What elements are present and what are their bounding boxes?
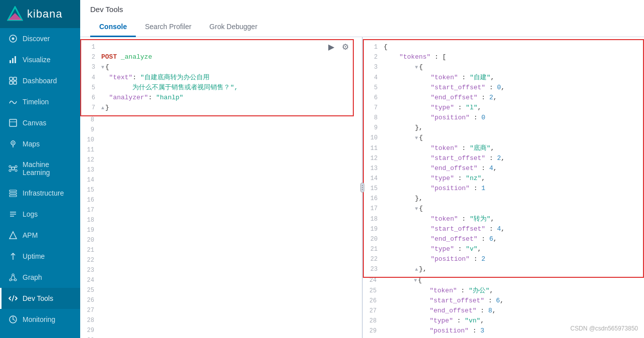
code-line: 11 — [80, 145, 362, 155]
code-line: 16 }, — [364, 194, 643, 204]
logo-area[interactable]: kibana — [0, 0, 80, 28]
code-line: 17 — [80, 205, 362, 215]
svg-rect-9 — [10, 81, 13, 84]
discover-icon — [9, 34, 18, 43]
code-line: 7 "type" : "l", — [364, 103, 643, 113]
code-line: 6 "end_offset" : 2, — [364, 93, 643, 103]
code-line: 7 ▲} — [81, 103, 353, 113]
svg-rect-5 — [12, 58, 14, 63]
dashboard-icon — [9, 76, 18, 85]
infrastructure-icon — [9, 189, 18, 198]
dev-tools-icon — [9, 294, 18, 303]
graph-icon — [9, 273, 18, 282]
code-line: 30 ▲}, — [363, 336, 645, 338]
kibana-logo-icon — [7, 6, 23, 22]
code-line: 28 "type" : "vn", — [363, 316, 645, 326]
sidebar-item-label: Canvas — [23, 119, 46, 127]
code-line: 28 — [80, 315, 362, 325]
visualize-icon — [9, 55, 18, 64]
sidebar-item-label: Timelion — [23, 98, 49, 106]
svg-point-31 — [10, 279, 12, 281]
code-line: 21 — [80, 245, 362, 255]
sidebar-item-label: Infrastructure — [23, 189, 64, 197]
sidebar-item-timelion[interactable]: Timelion — [0, 91, 80, 112]
sidebar-item-uptime[interactable]: Uptime — [0, 246, 80, 267]
sidebar-item-dashboard[interactable]: Dashboard — [0, 70, 80, 91]
sidebar-item-label: Machine Learning — [23, 160, 73, 177]
code-line: 1 — [81, 42, 353, 52]
sidebar-item-visualize[interactable]: Visualize — [0, 49, 80, 70]
svg-rect-4 — [10, 60, 11, 63]
left-panel: ▶ ⚙ 1 2 POST _analyze — [80, 37, 362, 338]
panel-divider — [362, 37, 363, 338]
divider-handle[interactable] — [360, 183, 364, 193]
svg-point-32 — [15, 279, 17, 281]
right-panel: 1 { 2 "tokens" : [ 3 ▼{ — [363, 37, 645, 338]
timelion-icon — [9, 97, 18, 106]
code-line: 27 "end_offset" : 8, — [363, 306, 645, 316]
editor-area: ▶ ⚙ 1 2 POST _analyze — [80, 37, 644, 338]
code-line: 3 ▼{ — [81, 62, 353, 73]
code-line: 14 "type" : "nz", — [364, 174, 643, 184]
code-line: 12 — [80, 155, 362, 165]
sidebar-item-label: Visualize — [23, 56, 51, 64]
svg-rect-8 — [14, 77, 17, 80]
code-line: 18 — [80, 215, 362, 225]
code-line: 9 }, — [364, 123, 643, 133]
svg-rect-10 — [14, 81, 17, 84]
code-line: 13 "end_offset" : 4, — [364, 163, 643, 174]
run-button[interactable]: ▶ — [326, 41, 337, 52]
code-line: 12 "start_offset" : 2, — [364, 153, 643, 163]
sidebar-item-label: Dev Tools — [23, 294, 53, 302]
monitoring-icon — [9, 315, 18, 324]
code-line: 4 "text": "自建底商转为办公自用 — [81, 73, 353, 83]
left-code-editor[interactable]: 1 2 POST _analyze 3 ▼{ 4 — [80, 37, 362, 338]
watermark: CSDN @csdn565973850 — [570, 325, 638, 332]
sidebar-item-label: Graph — [23, 273, 42, 281]
sidebar-item-monitoring[interactable]: Monitoring — [0, 309, 80, 330]
svg-point-18 — [15, 165, 17, 167]
sidebar-item-apm[interactable]: APM — [0, 225, 80, 246]
code-line: 22 "position" : 2 — [364, 254, 643, 264]
tab-search-profiler[interactable]: Search Profiler — [136, 18, 200, 37]
sidebar-item-graph[interactable]: Graph — [0, 267, 80, 288]
sidebar-item-maps[interactable]: Maps — [0, 133, 80, 154]
code-line: 1 { — [364, 42, 643, 52]
code-line: 8 "position" : 0 — [364, 113, 643, 123]
sidebar-item-label: Dashboard — [23, 77, 57, 85]
tab-bar: Console Search Profiler Grok Debugger — [90, 18, 634, 37]
code-line: 21 "type" : "v", — [364, 244, 643, 254]
sidebar-item-dev-tools[interactable]: Dev Tools — [0, 288, 80, 309]
svg-point-16 — [12, 167, 15, 170]
sidebar-item-machine-learning[interactable]: Machine Learning — [0, 154, 80, 183]
svg-rect-6 — [15, 56, 16, 63]
code-line: 6 "analyzer": "hanlp" — [81, 93, 353, 103]
sidebar-item-label: Discover — [23, 35, 50, 43]
sidebar-item-logs[interactable]: Logs — [0, 204, 80, 225]
tab-grok-debugger[interactable]: Grok Debugger — [200, 18, 267, 37]
svg-line-36 — [12, 295, 14, 301]
code-line: 14 — [80, 175, 362, 185]
header: Dev Tools Console Search Profiler Grok D… — [80, 0, 644, 37]
svg-marker-29 — [10, 232, 17, 239]
code-line: 30 — [80, 335, 362, 338]
code-line: 10 — [80, 135, 362, 145]
maps-icon — [9, 139, 18, 148]
code-line: 4 "token" : "自建", — [364, 73, 643, 83]
code-line: 24 — [80, 275, 362, 285]
svg-line-33 — [11, 276, 12, 279]
sidebar-item-infrastructure[interactable]: Infrastructure — [0, 183, 80, 204]
page-title: Dev Tools — [90, 5, 634, 14]
right-code-editor[interactable]: 1 { 2 "tokens" : [ 3 ▼{ — [363, 37, 645, 338]
code-line: 25 — [80, 285, 362, 295]
svg-rect-25 — [10, 195, 17, 197]
svg-point-14 — [13, 142, 14, 144]
sidebar-item-discover[interactable]: Discover — [0, 28, 80, 49]
code-line: 5 "start_offset" : 0, — [364, 83, 643, 93]
sidebar-item-canvas[interactable]: Canvas — [0, 112, 80, 133]
tab-console[interactable]: Console — [90, 18, 136, 37]
settings-button[interactable]: ⚙ — [340, 41, 351, 52]
sidebar-item-label: Monitoring — [23, 315, 55, 323]
code-line: 11 "token" : "底商", — [364, 143, 643, 153]
code-line: 29 — [80, 325, 362, 335]
